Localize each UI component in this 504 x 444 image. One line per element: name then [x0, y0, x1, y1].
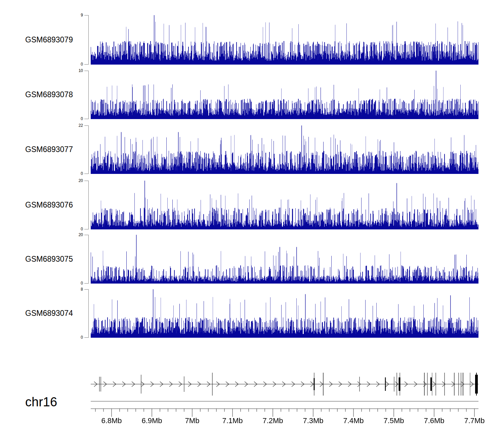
y-axis-bottom-tick	[84, 283, 88, 284]
y-axis-max-label: 8	[68, 287, 83, 291]
coverage-track: GSM6893078 10 0	[0, 71, 504, 119]
y-axis-zero-label: 0	[68, 172, 83, 176]
y-axis-zero-label: 0	[68, 117, 83, 121]
coverage-signal-plot	[91, 181, 478, 229]
axis-tick-label: 7.4Mb	[333, 416, 374, 425]
y-axis-max-label: 20	[68, 233, 83, 237]
coverage-signal-plot	[91, 235, 478, 284]
coverage-signal-plot	[91, 15, 478, 65]
genome-browser-figure: GSM6893079 9 0 GSM6893078 10 0 GSM689307…	[0, 0, 504, 444]
axis-tick-label: 7.5Mb	[374, 416, 414, 425]
track-sample-label: GSM6893078	[25, 90, 73, 99]
y-axis-max-label: 9	[68, 13, 83, 17]
axis-tick-label: 7.2Mb	[253, 416, 293, 425]
y-axis-bottom-tick	[84, 64, 88, 65]
y-axis-zero-label: 0	[68, 335, 83, 339]
track-sample-label: GSM6893077	[25, 145, 73, 154]
gene-model-track	[91, 369, 478, 399]
y-axis-top-tick	[84, 71, 88, 71]
y-axis-line	[88, 235, 89, 284]
axis-tick-label: 7.1Mb	[212, 416, 253, 425]
y-axis-bottom-tick	[84, 229, 88, 229]
y-axis-line	[88, 289, 89, 338]
y-axis-bottom-tick	[84, 337, 88, 338]
axis-tick-label: 7.6Mb	[414, 416, 454, 425]
coverage-track: GSM6893076 20 0	[0, 181, 504, 229]
axis-tick-label: 6.8Mb	[91, 416, 132, 425]
genome-axis-ruler	[91, 399, 478, 419]
y-axis-top-tick	[84, 125, 88, 126]
y-axis-line	[88, 125, 89, 174]
y-axis-zero-label: 0	[68, 281, 83, 285]
axis-tick-label: 7.3Mb	[293, 416, 333, 425]
y-axis-top-tick	[84, 235, 88, 235]
y-axis-top-tick	[84, 15, 88, 15]
y-axis-top-tick	[84, 181, 88, 181]
axis-tick-label: 6.9Mb	[132, 416, 172, 425]
chromosome-label: chr16	[25, 395, 57, 409]
coverage-track: GSM6893077 22 0	[0, 125, 504, 174]
coverage-track: GSM6893075 20 0	[0, 235, 504, 284]
coverage-signal-plot	[91, 289, 478, 338]
y-axis-zero-label: 0	[68, 62, 83, 66]
y-axis-top-tick	[84, 289, 88, 290]
track-sample-label: GSM6893079	[25, 35, 73, 44]
y-axis-bottom-tick	[84, 174, 88, 174]
y-axis-line	[88, 71, 89, 119]
track-sample-label: GSM6893074	[25, 309, 73, 318]
y-axis-line	[88, 181, 89, 229]
axis-tick-label: 7Mb	[172, 416, 212, 425]
track-sample-label: GSM6893075	[25, 255, 73, 264]
axis-tick-label: 7.7Mb	[454, 416, 495, 425]
y-axis-bottom-tick	[84, 119, 88, 119]
coverage-signal-plot	[91, 125, 478, 174]
y-axis-line	[88, 15, 89, 65]
y-axis-max-label: 20	[68, 179, 83, 183]
coverage-signal-plot	[91, 71, 478, 119]
y-axis-max-label: 10	[68, 69, 83, 73]
coverage-track: GSM6893074 8 0	[0, 289, 504, 338]
track-sample-label: GSM6893076	[25, 200, 73, 210]
y-axis-zero-label: 0	[68, 227, 83, 231]
coverage-track: GSM6893079 9 0	[0, 15, 504, 65]
y-axis-max-label: 22	[68, 123, 83, 127]
